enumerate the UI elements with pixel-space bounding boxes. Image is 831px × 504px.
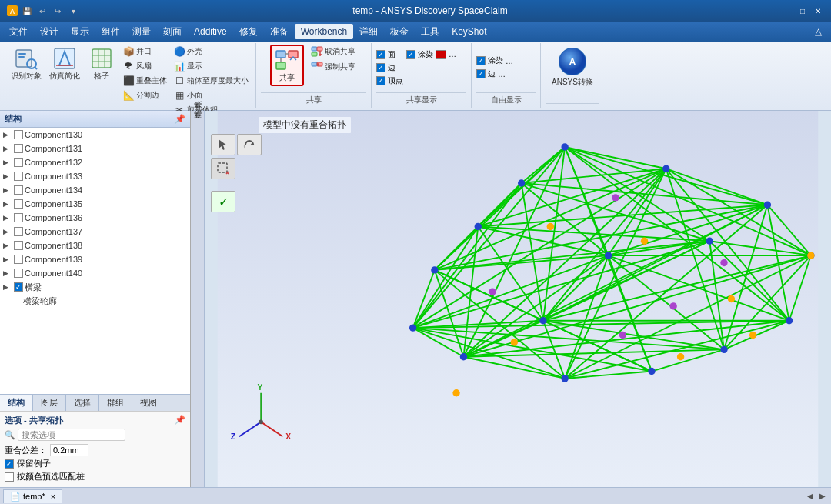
fan-button[interactable]: 🌪 风扇 — [120, 59, 169, 73]
share-vertex-checkbox[interactable]: ✓ — [376, 76, 385, 85]
share-face-checkbox[interactable]: ✓ — [376, 50, 385, 59]
tree-checkbox[interactable] — [14, 144, 23, 153]
tree-item[interactable]: ▶Component132 — [0, 155, 190, 169]
box-button[interactable]: ☐ 箱体至厚度最大小 — [171, 74, 251, 88]
simplify-button[interactable]: 仿真简化 — [46, 45, 83, 83]
preserve-checkbox[interactable]: ✓ — [5, 459, 14, 469]
file-tab-close[interactable]: × — [51, 492, 55, 501]
menu-workbench[interactable]: Workbench — [295, 24, 353, 39]
3d-mesh-viewport: X Y Z — [205, 111, 831, 487]
fan-icon: 🌪 — [122, 60, 135, 72]
tab-group[interactable]: 群组 — [99, 395, 132, 411]
nav-prev-button[interactable]: ◀ — [805, 491, 816, 501]
identify-button[interactable]: 识别对象 — [8, 45, 45, 83]
color-match-checkbox[interactable] — [5, 472, 14, 482]
menu-additive[interactable]: Additive — [188, 24, 233, 39]
small-buttons-group: 📦 并口 🌪 风扇 ⬛ 重叠主体 📐 分割边 — [120, 45, 169, 102]
tree-item[interactable]: ▶Component140 — [0, 266, 190, 280]
structure-panel-pin[interactable]: 📌 — [175, 114, 185, 124]
menu-facets[interactable]: 刻面 — [157, 23, 188, 41]
svg-point-154 — [720, 259, 727, 266]
tree-checkbox[interactable] — [14, 227, 23, 236]
svg-point-141 — [786, 317, 793, 324]
tree-checkbox[interactable] — [14, 241, 23, 250]
cancel-share-button[interactable]: 取消共享 — [309, 45, 358, 58]
share-button[interactable]: 共享 — [270, 45, 304, 86]
viewport[interactable]: 模型中没有重合拓扑 ✓ — [205, 111, 831, 487]
tree-checkbox[interactable] — [14, 158, 23, 167]
file-tab-temp[interactable]: 📄 temp* × — [3, 489, 62, 503]
svg-text:Z: Z — [231, 432, 236, 441]
menu-measure[interactable]: 测量 — [126, 23, 157, 41]
maximize-button[interactable]: □ — [796, 5, 809, 17]
tree-checkbox[interactable] — [14, 185, 23, 195]
tree-item[interactable]: ▶Component136 — [0, 211, 190, 225]
tolerance-input[interactable] — [50, 444, 88, 456]
overlap-button[interactable]: ⬛ 重叠主体 — [120, 74, 169, 88]
shell-button[interactable]: 🔵 外壳 — [171, 45, 251, 58]
app-icon: A — [6, 5, 18, 17]
tree-item-heng-liang[interactable]: ▶✓横梁 — [0, 280, 190, 294]
tab-select[interactable]: 选择 — [66, 395, 99, 411]
tab-view[interactable]: 视图 — [132, 395, 165, 411]
tab-structure[interactable]: 结构 — [0, 395, 33, 411]
free-paint-checkbox[interactable]: ✓ — [476, 56, 486, 65]
tree-checkbox[interactable] — [14, 199, 23, 209]
tree-item[interactable]: ▶Component134 — [0, 183, 190, 197]
menu-prepare[interactable]: 准备 — [264, 23, 295, 41]
free-display-group-label: 自由显示 — [476, 92, 536, 107]
tree-item[interactable]: ▶Component137 — [0, 225, 190, 239]
force-share-button[interactable]: 强制共享 — [309, 60, 358, 74]
tree-item[interactable]: ▶Component139 — [0, 252, 190, 266]
ansys-convert-button[interactable]: A ANSYS转换 — [546, 45, 599, 91]
tree-checkbox[interactable] — [14, 172, 23, 181]
open-button[interactable]: 📦 并口 — [120, 45, 169, 58]
undo-icon[interactable]: ↩ — [35, 4, 49, 18]
display-button[interactable]: 📊 显示 — [171, 59, 251, 73]
tree-item[interactable]: ▶Component130 — [0, 128, 190, 142]
menu-keyshot[interactable]: KeyShot — [446, 24, 492, 39]
vertical-tab-share[interactable]: 共享 — [191, 111, 205, 120]
tree-item[interactable]: ▶Component133 — [0, 169, 190, 183]
menu-sheetmetal[interactable]: 板金 — [384, 23, 415, 41]
tree-item[interactable]: ▶Component135 — [0, 197, 190, 211]
box-select-tool-button[interactable] — [211, 158, 235, 179]
nav-next-button[interactable]: ▶ — [817, 491, 828, 501]
tree-checkbox[interactable] — [14, 269, 23, 278]
menu-tools[interactable]: 工具 — [415, 23, 446, 41]
minimize-button[interactable]: — — [780, 5, 794, 17]
search-input[interactable] — [18, 429, 125, 441]
menu-detail[interactable]: 详细 — [353, 23, 384, 41]
tree-checkbox-checked[interactable]: ✓ — [14, 282, 23, 292]
share-paint-checkbox[interactable]: ✓ — [406, 50, 416, 59]
small-face-button[interactable]: ▦ 小面 — [171, 88, 251, 102]
facets-button[interactable]: 格子 — [85, 45, 118, 83]
menu-repair[interactable]: 修复 — [233, 23, 264, 41]
share-display-group-label: 共享显示 — [376, 92, 466, 107]
free-edge-checkbox[interactable]: ✓ — [476, 69, 486, 78]
split-button[interactable]: 📐 分割边 — [120, 88, 169, 102]
select-tool-button[interactable] — [211, 134, 235, 155]
tree-item[interactable]: ▶Component131 — [0, 142, 190, 155]
dropdown-icon[interactable]: ▾ — [66, 4, 80, 18]
vertical-tab-other[interactable]: 共享 — [191, 120, 205, 129]
menu-design[interactable]: 设计 — [34, 23, 65, 41]
svg-rect-25 — [312, 62, 317, 66]
close-button[interactable]: ✕ — [811, 5, 825, 17]
confirm-tool-button[interactable]: ✓ — [211, 191, 235, 212]
tree-checkbox[interactable] — [14, 130, 23, 139]
tree-item[interactable]: ▶Component138 — [0, 239, 190, 252]
menu-file[interactable]: 文件 — [3, 23, 34, 41]
tree-checkbox[interactable] — [14, 213, 23, 222]
menu-help[interactable]: △ — [809, 24, 828, 39]
redo-icon[interactable]: ↪ — [51, 4, 65, 18]
rotate-tool-button[interactable] — [237, 134, 262, 155]
share-edge-checkbox[interactable]: ✓ — [376, 63, 385, 72]
tab-layer[interactable]: 图层 — [33, 395, 66, 411]
options-pin-icon[interactable]: 📌 — [175, 415, 185, 426]
save-icon[interactable]: 💾 — [20, 4, 34, 18]
tree-item-heng-liang-luo[interactable]: 横梁轮廓 — [0, 294, 190, 308]
menu-display[interactable]: 显示 — [65, 23, 95, 41]
menu-component[interactable]: 组件 — [95, 23, 126, 41]
tree-checkbox[interactable] — [14, 255, 23, 264]
